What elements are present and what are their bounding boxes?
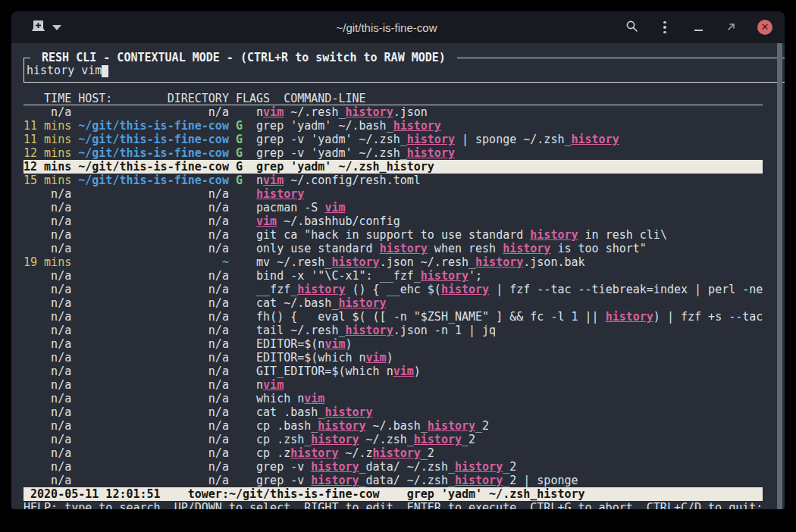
titlebar-left <box>11 20 178 35</box>
new-tab-icon <box>31 20 45 35</box>
history-row[interactable]: n/a n/a EDITOR=$(nvim) <box>24 337 763 351</box>
history-row[interactable]: n/a n/a grep -v history_data/ ~/.zsh_his… <box>24 474 763 487</box>
history-row[interactable]: n/a n/a nvim <box>24 378 763 392</box>
history-row[interactable]: n/a n/a GIT_EDITOR=$(which nvim) <box>24 365 763 378</box>
history-row[interactable]: n/a n/a cp .zsh_history ~/.zsh_history_2 <box>24 433 763 446</box>
history-row[interactable]: 19 mins ~ mv ~/.resh_history.json ~/.res… <box>24 255 763 269</box>
search-box-title: RESH CLI - CONTEXTUAL MODE - (CTRL+R to … <box>30 51 457 64</box>
history-row[interactable]: n/a n/a bind -x '"\C-x1": __fzf_history'… <box>24 269 763 283</box>
history-row[interactable]: 15 mins ~/git/this-is-fine-cow G nvim ~/… <box>24 174 763 187</box>
search-button[interactable] <box>624 20 639 35</box>
table-header: TIME HOST: DIRECTORY FLAGS COMMAND-LINE <box>24 92 763 105</box>
help-line: HELP: type to search, UP/DOWN to select,… <box>24 501 763 509</box>
close-button[interactable]: ✕ <box>757 20 772 35</box>
text-cursor <box>102 65 108 77</box>
terminal-content: RESH CLI - CONTEXTUAL MODE - (CTRL+R to … <box>11 43 785 509</box>
history-row[interactable]: n/a n/a only use standard history when r… <box>24 242 763 255</box>
history-row[interactable]: n/a n/a cat .bash_history <box>24 405 763 419</box>
search-box[interactable]: RESH CLI - CONTEXTUAL MODE - (CTRL+R to … <box>24 58 785 83</box>
titlebar: ~/git/this-is-fine-cow <box>11 11 785 43</box>
history-row[interactable]: n/a n/a grep -v history_data/ ~/.zsh_his… <box>24 460 763 474</box>
restore-icon <box>727 22 736 33</box>
history-row[interactable]: 11 mins ~/git/this-is-fine-cow G grep -v… <box>24 133 763 146</box>
history-row[interactable]: n/a n/a fh() { eval $( ([ -n "$ZSH_NAME"… <box>24 310 763 324</box>
history-list: n/a n/a nvim ~/.resh_history.json11 mins… <box>24 105 785 487</box>
history-row[interactable]: 11 mins ~/git/this-is-fine-cow G grep 'y… <box>24 119 763 133</box>
terminal-window: ~/git/this-is-fine-cow <box>11 11 785 509</box>
scrollbar[interactable] <box>777 43 782 509</box>
history-row[interactable]: 12 mins ~/git/this-is-fine-cow G grep 'y… <box>24 160 763 174</box>
history-row[interactable]: n/a n/a history <box>24 187 763 201</box>
window-title: ~/git/this-is-fine-cow <box>178 21 595 34</box>
desktop-background: ~/git/this-is-fine-cow <box>0 0 796 532</box>
minimize-icon <box>694 30 703 31</box>
new-tab-button[interactable] <box>31 20 61 35</box>
history-row[interactable]: n/a n/a __fzf_history () { __ehc $(histo… <box>24 283 763 296</box>
history-row[interactable]: n/a n/a vim ~/.bashhub/config <box>24 214 763 228</box>
history-row[interactable]: n/a n/a cp .bash_history ~/.bash_history… <box>24 419 763 433</box>
restore-button[interactable] <box>724 20 739 35</box>
history-row[interactable]: n/a n/a nvim ~/.resh_history.json <box>24 105 763 119</box>
titlebar-right: ✕ <box>595 20 785 35</box>
history-row[interactable]: n/a n/a git ca "hack in support to use s… <box>24 228 763 242</box>
chevron-down-icon <box>52 25 61 30</box>
menu-button[interactable] <box>657 20 672 35</box>
search-query: history vim <box>27 64 102 77</box>
status-bar: 2020-05-11 12:01:51 tower:~/git/this-is-… <box>24 487 763 501</box>
minimize-button[interactable] <box>691 20 706 35</box>
search-icon <box>625 20 638 35</box>
history-row[interactable]: 12 mins ~/git/this-is-fine-cow G grep -v… <box>24 146 763 160</box>
history-row[interactable]: n/a n/a pacman -S vim <box>24 201 763 214</box>
history-row[interactable]: n/a n/a cat ~/.bash_history <box>24 296 763 310</box>
history-row[interactable]: n/a n/a EDITOR=$(which nvim) <box>24 351 763 365</box>
history-row[interactable]: n/a n/a which nvim <box>24 392 763 405</box>
history-row[interactable]: n/a n/a tail ~/.resh_history.json -n 1 |… <box>24 324 763 337</box>
history-row[interactable]: n/a n/a cp .zhistory ~/.zhistory_2 <box>24 446 763 460</box>
kebab-menu-icon <box>663 21 666 34</box>
